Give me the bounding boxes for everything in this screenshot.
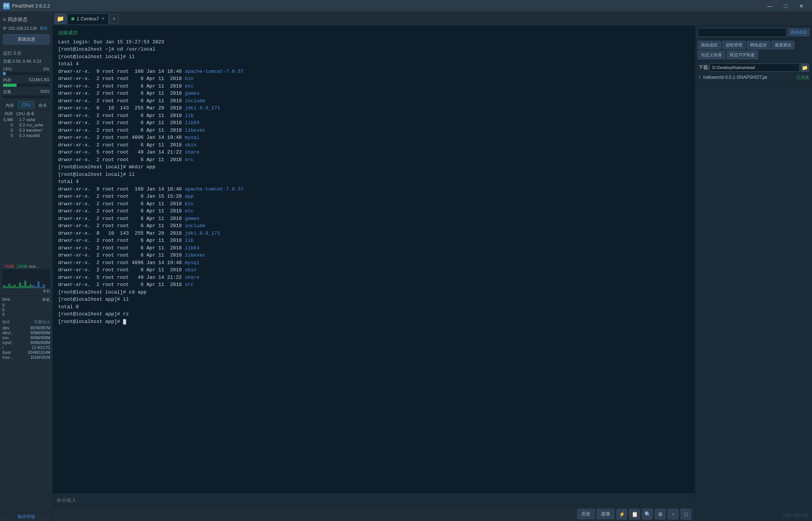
- terminal-link[interactable]: etc: [185, 83, 193, 89]
- list-item: /dev 897M/897M: [2, 326, 50, 330]
- terminal-link[interactable]: include: [185, 223, 205, 229]
- terminal-link[interactable]: include: [185, 98, 205, 104]
- disk-path: /run/...: [2, 355, 21, 360]
- terminal-link[interactable]: src: [185, 157, 193, 163]
- terminal-link[interactable]: jdk1.8.0_171: [185, 231, 220, 236]
- folder-button[interactable]: 📁: [54, 14, 66, 24]
- terminal-line: [root@localhost local]# cd app: [58, 289, 690, 296]
- disk-path: /: [2, 346, 21, 350]
- proc-list-header: 内存 CPU 命令: [0, 111, 52, 117]
- minimize-button[interactable]: —: [762, 0, 777, 12]
- proc-tab-cpu[interactable]: CPU: [18, 101, 35, 109]
- terminal-line: [root@localhost ~]# cd /usr/local: [58, 46, 690, 53]
- terminal-line: drwxr-xr-x. 2 root root 6 Apr 11 2018 sb…: [58, 266, 690, 274]
- terminal-line: drwxr-xr-x. 2 root root 6 Apr 11 2018 li…: [58, 237, 690, 244]
- disk-header: 路径 可用/大小: [2, 320, 50, 326]
- proc-tab-cmd[interactable]: 命令: [34, 101, 51, 109]
- terminal-link[interactable]: share: [185, 275, 199, 280]
- terminal-link[interactable]: app: [185, 194, 193, 199]
- terminal-link[interactable]: src: [185, 282, 193, 287]
- search-button[interactable]: 🔍: [642, 509, 653, 519]
- close-button[interactable]: ✕: [794, 0, 809, 12]
- custom-accel-nav[interactable]: 自定义加速: [698, 51, 725, 59]
- latency-val: 0ms: [2, 297, 10, 303]
- disk-avail: 897M/897M: [21, 326, 50, 330]
- terminal-link[interactable]: lib64: [185, 120, 199, 126]
- sync-label: 同步状态: [8, 16, 28, 23]
- tab-label: 1 Centos7: [77, 16, 99, 22]
- terminal-line: drwxr-xr-x. 2 root root 6 Apr 11 2018 et…: [58, 207, 690, 215]
- latency-section: 0ms 本机 0 0 0: [0, 295, 52, 318]
- route-trace-nav[interactable]: 路由追踪: [698, 41, 721, 49]
- proc-tab-mem[interactable]: 内存: [2, 101, 18, 109]
- tab-centos7[interactable]: 1 Centos7 ✕: [67, 14, 109, 24]
- net-interface: ens...: [29, 264, 39, 269]
- terminal-link[interactable]: lib: [185, 238, 193, 243]
- cpu-bar-track: [3, 72, 49, 75]
- net-monitor-nav[interactable]: 网络监控: [747, 41, 770, 49]
- terminal-line: drwxr-xr-x. 5 root root 49 Jan 14 21:22 …: [58, 149, 690, 156]
- terminal[interactable]: 连接成功 Last login: Sun Jan 15 15:27:53 202…: [53, 26, 695, 493]
- download-label: 下载:: [698, 64, 710, 71]
- route-trace-button[interactable]: 路由追踪: [788, 28, 810, 36]
- terminal-line: drwxr-xr-x. 2 root root 6 Apr 11 2018 li…: [58, 252, 690, 259]
- process-tabs: 内存 CPU 命令: [2, 101, 51, 110]
- sysinfo-button[interactable]: 系统信息: [3, 34, 49, 45]
- fullscreen-button[interactable]: □: [681, 509, 691, 519]
- terminal-link[interactable]: apache-tomcat-7.0.57: [185, 69, 243, 74]
- tab-add-button[interactable]: +: [109, 14, 119, 23]
- route-search-input[interactable]: [698, 28, 786, 37]
- speed-test-nav[interactable]: 速度测试: [771, 41, 795, 49]
- proc-cpu-val: 0.3: [14, 133, 25, 138]
- download-path-input[interactable]: [710, 63, 800, 72]
- cpu-label: CPU: [3, 67, 12, 71]
- terminal-link[interactable]: jdk1.8.0_171: [185, 105, 220, 111]
- terminal-link[interactable]: mysql: [185, 260, 199, 266]
- terminal-link[interactable]: lib64: [185, 245, 199, 251]
- list-item: /run/... 181M/181M: [2, 355, 50, 360]
- download-folder-button[interactable]: 📁: [801, 63, 809, 72]
- sidebar: 同步状态 IP 192.168.23.128 复制 系统信息 运行 3 分 负载…: [0, 12, 53, 521]
- history-button[interactable]: 历史: [577, 509, 595, 519]
- activate-button[interactable]: 激活/升级: [17, 514, 35, 519]
- terminal-link[interactable]: etc: [185, 208, 193, 214]
- proc-name-val: rcu_sche: [26, 123, 50, 127]
- upload-button[interactable]: ↑: [668, 509, 678, 519]
- download-filename: helloworld-0.0.1-SNAPSHOT.jar: [703, 75, 797, 80]
- latency-header: 0ms 本机: [2, 297, 50, 303]
- list-item: /dev/... 909M/909M: [2, 330, 50, 335]
- disk-path: /boot: [2, 350, 21, 355]
- terminal-link[interactable]: games: [185, 91, 199, 96]
- terminal-link[interactable]: bin: [185, 76, 193, 81]
- terminal-link[interactable]: lib: [185, 113, 193, 118]
- maximize-button[interactable]: □: [778, 0, 793, 12]
- terminal-link[interactable]: games: [185, 216, 199, 221]
- process-list: 内存 CPU 命令 5.9M 1.7 sshd 0 0.3 rcu_sche 0…: [0, 110, 52, 262]
- options-button[interactable]: 选项: [597, 509, 614, 519]
- proc-mem-val: 0: [2, 128, 13, 132]
- proc-cpu-val: 1.7: [14, 117, 25, 122]
- terminal-link[interactable]: bin: [185, 201, 193, 207]
- terminal-link[interactable]: libexec: [185, 128, 205, 133]
- terminal-link[interactable]: share: [185, 149, 199, 155]
- terminal-link[interactable]: mysql: [185, 135, 199, 140]
- bilateral-tcp-nav[interactable]: 双边TCP加速: [726, 51, 758, 59]
- terminal-link[interactable]: libexec: [185, 252, 205, 258]
- command-input[interactable]: [57, 497, 691, 503]
- clipboard-button[interactable]: 📋: [629, 509, 640, 519]
- copy-button[interactable]: 复制: [39, 25, 48, 31]
- download-header: 下载: 📁: [698, 63, 809, 72]
- terminal-line: drwxr-xr-x. 2 root root 6 Apr 11 2018 sr…: [58, 156, 690, 164]
- latency-val-0: 0: [2, 303, 50, 307]
- latency-footer: 本机: [42, 297, 50, 303]
- process-mgmt-nav[interactable]: 进程管理: [722, 41, 746, 49]
- mem-bar-fill: [3, 84, 17, 87]
- lightning-button[interactable]: ⚡: [616, 509, 627, 519]
- terminal-link[interactable]: apache-tomcat-7.0.57: [185, 186, 243, 192]
- terminal-link[interactable]: sbin: [185, 267, 196, 273]
- tab-close-button[interactable]: ✕: [101, 16, 105, 21]
- net-chart: [2, 269, 50, 288]
- proc-name-val: kworker/: [26, 128, 50, 132]
- terminal-link[interactable]: sbin: [185, 142, 196, 148]
- settings-button[interactable]: ⚙: [655, 509, 666, 519]
